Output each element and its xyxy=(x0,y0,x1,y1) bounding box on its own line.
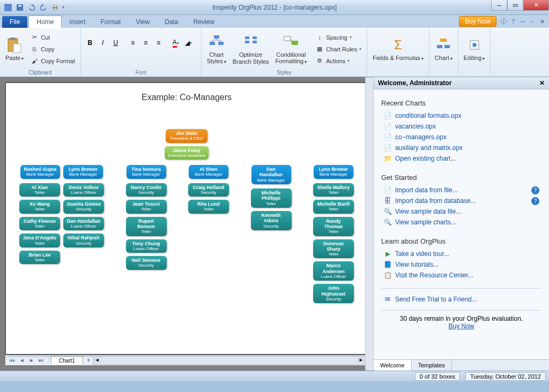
org-node[interactable]: Denis VolkovLoans Officer xyxy=(63,183,104,197)
import-file-link[interactable]: 📄Import data from file...? xyxy=(381,185,541,195)
org-node[interactable]: Xu WangTeller xyxy=(19,200,60,214)
sheet-first-icon[interactable]: ⏮ xyxy=(8,357,17,363)
org-node[interactable]: Sheila MalloryTeller xyxy=(313,183,354,197)
sample-charts-link[interactable]: 🔍View sample charts... xyxy=(381,217,541,228)
org-node[interactable]: Marco AndersenLoans Officer xyxy=(313,261,354,281)
app-menu-icon[interactable] xyxy=(3,3,13,12)
org-node[interactable]: Jena D'AngeloTeller xyxy=(19,233,60,247)
eval-buy-link[interactable]: Buy Now xyxy=(381,322,541,330)
font-color-button[interactable]: A xyxy=(170,37,182,49)
org-node[interactable]: Nihal RahjeshSecurity xyxy=(63,233,104,247)
tab-format[interactable]: Format xyxy=(93,16,128,28)
org-node[interactable]: Jean ToscciTeller xyxy=(126,200,167,214)
org-node[interactable]: Tony ChungLoans Officer xyxy=(126,239,167,253)
sheet-last-icon[interactable]: ⏭ xyxy=(36,357,46,363)
recent-chart-link[interactable]: 📄co−managers.opx xyxy=(381,132,541,142)
bold-button[interactable]: B xyxy=(84,37,96,49)
new-sheet-icon[interactable]: ✦ xyxy=(86,357,91,363)
qat-dropdown-icon[interactable]: ▾ xyxy=(62,5,64,10)
align-center-button[interactable]: ≡ xyxy=(140,37,152,49)
ceo-node[interactable]: Jim SteinPresident & CEO xyxy=(166,129,207,143)
chart-canvas[interactable]: Example: Co-Managers Jim SteinPresident … xyxy=(5,82,368,355)
redo-icon[interactable] xyxy=(39,3,48,12)
org-node[interactable]: Michelle BanfiTeller xyxy=(313,200,354,214)
org-node[interactable]: Rashmi GuptaBank Manager xyxy=(20,165,60,179)
org-node[interactable]: Neil StevensSecurity xyxy=(126,256,167,270)
org-node[interactable]: Al XianTeller xyxy=(19,183,60,197)
resource-center-link[interactable]: 📋Visit the Resource Center... xyxy=(381,270,541,281)
restore-window-icon[interactable]: ▫ xyxy=(529,18,536,25)
help-badge-icon[interactable]: ? xyxy=(531,186,539,194)
minimize-ribbon-icon[interactable]: ─ xyxy=(519,18,526,25)
send-trial-link[interactable]: ✉Send Free Trial to a Friend... xyxy=(381,294,541,305)
org-node[interactable]: Rupert BensonTeller xyxy=(126,217,167,236)
fill-color-button[interactable]: ◢ xyxy=(183,37,195,49)
tab-review[interactable]: Review xyxy=(186,16,222,28)
org-node[interactable]: Dan HandallanBank Manager xyxy=(251,165,291,184)
tab-insert[interactable]: Insert xyxy=(62,16,93,28)
org-node[interactable]: Al ShenBank Manager xyxy=(189,165,228,179)
tab-data[interactable]: Data xyxy=(157,16,186,28)
help-badge-icon[interactable]: ? xyxy=(531,197,539,205)
help-icon[interactable]: ? xyxy=(509,18,517,25)
org-node[interactable]: Brian LeeTeller xyxy=(19,251,60,265)
spacing-button[interactable]: ↕Spacing xyxy=(313,32,363,43)
copy-format-button[interactable]: 🖌Copy Format xyxy=(28,56,77,66)
org-node[interactable]: Michelle PhillippiTeller xyxy=(251,189,292,208)
tutorials-link[interactable]: 📘View tutorials... xyxy=(381,259,541,270)
org-node[interactable]: Craig HollandSecurity xyxy=(188,183,229,197)
sheet-next-icon[interactable]: ► xyxy=(27,357,36,363)
org-node[interactable]: Randy ThomasTeller xyxy=(313,217,354,236)
info-icon[interactable]: ⓘ xyxy=(500,18,507,25)
recent-chart-link[interactable]: 📄conditional formats.opx xyxy=(381,110,541,121)
optimize-branch-button[interactable]: Optimize Branch Styles xyxy=(231,32,271,65)
cut-button[interactable]: ✂Cut xyxy=(28,32,77,43)
org-node[interactable]: Kenneth AtkinsSecurity xyxy=(251,211,292,230)
buy-now-button[interactable]: Buy Now xyxy=(459,16,496,27)
print-icon[interactable] xyxy=(50,3,60,12)
panel-close-icon[interactable]: ✕ xyxy=(539,79,545,87)
paste-button[interactable]: Paste xyxy=(3,35,26,63)
org-node[interactable]: Rita LundTeller xyxy=(188,200,229,214)
chart-rules-button[interactable]: ▦Chart Rules xyxy=(313,44,363,55)
org-node[interactable]: Juanita GomezSecurity xyxy=(63,200,104,214)
panel-tab-welcome[interactable]: Welcome xyxy=(374,360,412,371)
align-left-button[interactable]: ≡ xyxy=(127,37,139,49)
save-icon[interactable] xyxy=(15,3,25,12)
underline-button[interactable]: U xyxy=(110,37,122,49)
open-existing-link[interactable]: 📁Open existing chart... xyxy=(381,153,541,164)
org-node[interactable]: Tina NomuraBank Manager xyxy=(127,165,166,179)
horizontal-scrollbar[interactable] xyxy=(93,356,366,365)
org-node[interactable]: Nancy ConlinSecurity xyxy=(126,183,167,197)
file-tab[interactable]: File xyxy=(2,16,27,28)
align-right-button[interactable]: ≡ xyxy=(153,37,165,49)
sample-data-link[interactable]: 🔍View sample data file... xyxy=(381,206,541,217)
undo-icon[interactable] xyxy=(27,3,36,12)
panel-tab-templates[interactable]: Templates xyxy=(412,360,452,371)
org-node[interactable]: Dan HandallanLoans Officer xyxy=(63,217,104,231)
recent-chart-link[interactable]: 📄vacancies.opx xyxy=(381,121,541,132)
org-node[interactable]: Lynn BrewerBank Manager xyxy=(63,165,103,179)
org-node[interactable]: Cathy FineranTeller xyxy=(19,217,60,231)
assistant-node[interactable]: Jaime FoleyExecutive Assistant xyxy=(165,146,209,160)
org-node[interactable]: Lynn BrewerBank Manager xyxy=(314,165,353,179)
italic-button[interactable]: I xyxy=(97,37,109,49)
conditional-formatting-button[interactable]: Conditional Formatting xyxy=(273,32,309,66)
recent-chart-link[interactable]: 📄auxiliary and matrix.opx xyxy=(381,142,541,153)
close-button[interactable]: ✕ xyxy=(523,0,549,11)
sheet-prev-icon[interactable]: ◄ xyxy=(17,357,27,363)
fields-formulas-button[interactable]: ΣFields & Formulas xyxy=(370,35,426,63)
chart-button[interactable]: Chart xyxy=(433,35,455,63)
sheet-tab-chart1[interactable]: Chart1 xyxy=(51,356,83,365)
editing-button[interactable]: Editing xyxy=(462,35,487,63)
tab-home[interactable]: Home xyxy=(28,16,62,28)
tab-view[interactable]: View xyxy=(128,16,157,28)
maximize-button[interactable]: ▭ xyxy=(507,0,523,11)
video-tour-link[interactable]: ▶Take a video tour... xyxy=(381,248,541,259)
minimize-button[interactable]: ─ xyxy=(491,0,507,11)
org-node[interactable]: John HighstreetSecurity xyxy=(313,284,354,303)
copy-button[interactable]: ⎘Copy xyxy=(28,44,77,55)
close-doc-icon[interactable]: ✕ xyxy=(538,18,546,25)
org-node[interactable]: Donovan SharpTeller xyxy=(313,239,354,259)
actions-button[interactable]: ⚙Actions xyxy=(313,56,363,66)
